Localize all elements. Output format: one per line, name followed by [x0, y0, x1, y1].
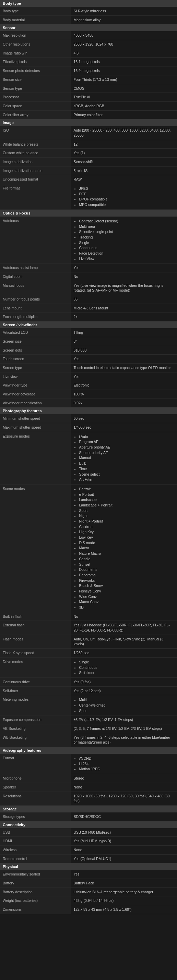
table-row: Remote controlYes (Optional RM-UC1)	[0, 854, 177, 863]
row-value: Micro 4/3 Lens Mount	[71, 304, 177, 312]
table-row: Focal length multiplier2x	[0, 312, 177, 321]
row-value: MultiCenter-weightedSpot	[71, 695, 177, 716]
table-row: ISOAuto (200 - 25600), 200, 400, 800, 16…	[0, 126, 177, 140]
list-item: Macro	[79, 546, 174, 550]
table-connectivity: USBUSB 2.0 (480 Mbit/sec)HDMIYes (Mini H…	[0, 828, 177, 864]
table-row: Sensor sizeFour Thirds (17.3 x 13 mm)	[0, 75, 177, 84]
list-item: Manual	[79, 455, 174, 461]
row-label: Maximum shutter speed	[0, 423, 71, 432]
section-header-screen-viewfinder: Screen / viewfinder	[0, 321, 177, 328]
row-value: CMOS	[71, 84, 177, 93]
table-row: SpeakerNone	[0, 783, 177, 792]
row-value: USB 2.0 (480 Mbit/sec)	[71, 828, 177, 837]
table-row: Dimensions122 x 89 x 43 mm (4.8 x 3.5 x …	[0, 905, 177, 914]
row-value: Contrast Detect (sensor)Multi-areaSelect…	[71, 216, 177, 264]
row-label: Image stabilization notes	[0, 166, 71, 175]
section-header-photography-features: Photography features	[0, 407, 177, 414]
row-value: ±3 EV (at 1/3 EV, 1/2 EV, 1 EV steps)	[71, 716, 177, 724]
table-row: Viewfinder magnification0.92x	[0, 399, 177, 407]
table-row: Flash modesAuto, On, Off, Red-Eye, Fill-…	[0, 635, 177, 648]
section-header-image: Image	[0, 119, 177, 126]
row-label: Metering modes	[0, 695, 71, 716]
row-value: Portraite-PortraitLandscapeLandscape + P…	[71, 484, 177, 612]
row-label: Environmentally sealed	[0, 870, 71, 878]
list-item: Spot	[79, 708, 174, 713]
row-label: ISO	[0, 126, 71, 140]
table-row: Continuous driveYes (9 fps)	[0, 678, 177, 686]
list-item: Panorama	[79, 573, 174, 578]
table-row: File formatJPEGDCFDPOF compatibleMPO com…	[0, 184, 177, 210]
row-value: Yes (1)	[71, 149, 177, 158]
list-item: e-Portrait	[79, 492, 174, 497]
table-row: Maximum shutter speed1/4000 sec	[0, 423, 177, 432]
table-row: Metering modesMultiCenter-weightedSpot	[0, 695, 177, 716]
list-item: Self-timer	[79, 670, 174, 675]
row-label: Microphone	[0, 774, 71, 783]
row-label: Weight (inc. batteries)	[0, 896, 71, 905]
list-item: Art Filter	[79, 477, 174, 482]
row-label: Exposure modes	[0, 432, 71, 484]
table-row: White balance presets12	[0, 140, 177, 149]
row-value: Yes (Optional RM-UC1)	[71, 854, 177, 863]
row-label: Color space	[0, 102, 71, 110]
table-row: Screen typeTouch control in electrostati…	[0, 363, 177, 372]
row-label: Autofocus	[0, 216, 71, 264]
list-item: H.264	[79, 761, 174, 767]
table-row: Exposure compensation±3 EV (at 1/3 EV, 1…	[0, 716, 177, 724]
row-label: Exposure compensation	[0, 716, 71, 724]
list-item: Center-weighted	[79, 703, 174, 708]
row-value: Yes	[71, 264, 177, 272]
list-item: Landscape	[79, 497, 174, 502]
row-label: AE Bracketing	[0, 724, 71, 733]
row-label: Color filter array	[0, 110, 71, 119]
row-value: No	[71, 272, 177, 281]
table-row: MicrophoneStereo	[0, 774, 177, 783]
list-item: Selective single-point	[79, 229, 174, 234]
list-item: Contrast Detect (sensor)	[79, 219, 174, 224]
row-label: Custom white balance	[0, 149, 71, 158]
row-value: Yes	[71, 372, 177, 381]
row-value: JPEGDCFDPOF compatibleMPO compatible	[71, 184, 177, 210]
list-item: Scene select	[79, 472, 174, 477]
row-value: 100 %	[71, 390, 177, 399]
list-item: High Key	[79, 530, 174, 535]
table-row: Image ratio w:h4:3	[0, 49, 177, 57]
list-item: Children	[79, 524, 174, 530]
row-value: Yes (9 fps)	[71, 678, 177, 686]
list-item: i Auto	[79, 434, 174, 439]
row-label: Manual focus	[0, 281, 71, 295]
table-row: Body typeSLR-style mirrorless	[0, 7, 177, 16]
row-value: Lithium-Ion BLN-1 rechargeable battery &…	[71, 888, 177, 896]
row-label: Screen type	[0, 363, 71, 372]
row-value: 1/250 sec	[71, 649, 177, 657]
table-row: Viewfinder coverage100 %	[0, 390, 177, 399]
row-label: Live view	[0, 372, 71, 381]
table-row: Max resolution4608 x 3456	[0, 31, 177, 40]
row-label: Viewfinder coverage	[0, 390, 71, 399]
row-label: Image ratio w:h	[0, 49, 71, 57]
row-label: Battery	[0, 879, 71, 888]
row-value: 122 x 89 x 43 mm (4.8 x 3.5 x 1.69")	[71, 905, 177, 914]
list-item: Face Detection	[79, 251, 174, 256]
row-value: 1920 x 1080 (60 fps), 1280 x 720 (60, 30…	[71, 792, 177, 805]
row-value: Stereo	[71, 774, 177, 783]
row-value: None	[71, 845, 177, 854]
list-item: Low Key	[79, 535, 174, 540]
row-value: SD/SDHC/SDXC	[71, 813, 177, 821]
row-value: Tilting	[71, 328, 177, 337]
row-label: USB	[0, 828, 71, 837]
row-value: Touch control in electrostatic capacitan…	[71, 363, 177, 372]
row-value: 60 sec	[71, 414, 177, 423]
row-label: Effective pixels	[0, 57, 71, 67]
list-item: Night	[79, 513, 174, 519]
list-item: Continuous	[79, 665, 174, 670]
table-videography-features: FormatAVCHDH.264Motion JPEGMicrophoneSte…	[0, 754, 177, 806]
row-value: Yes (Live view image is magnified when t…	[71, 281, 177, 295]
list-item: Tracking	[79, 235, 174, 240]
row-label: Sensor size	[0, 75, 71, 84]
list-item: 3D	[79, 605, 174, 610]
row-value: (2, 3, 5, 7 frames at 1/3 EV, 1/2 EV, 2/…	[71, 724, 177, 733]
row-value: None	[71, 783, 177, 792]
list-item: Single	[79, 660, 174, 665]
table-row: WirelessNone	[0, 845, 177, 854]
